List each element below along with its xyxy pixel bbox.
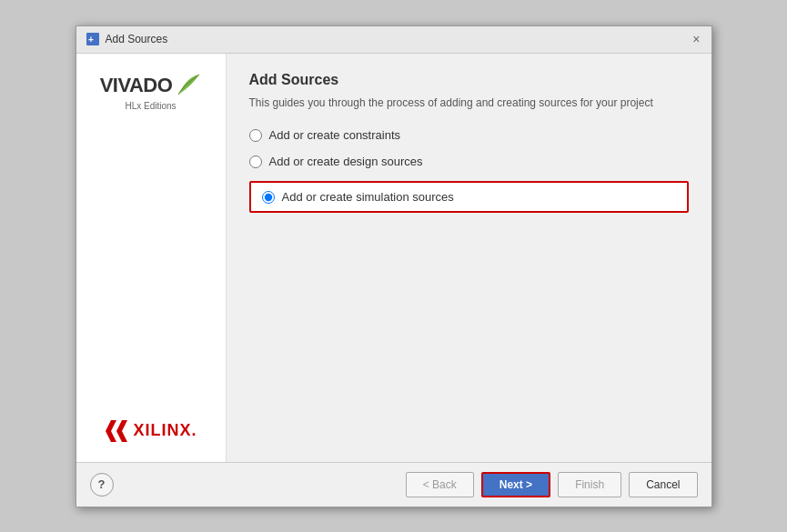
vivado-leaf-icon (174, 72, 201, 99)
dialog-title-icon: + (86, 32, 100, 46)
dialog-title: Add Sources (106, 33, 168, 45)
finish-button[interactable]: Finish (558, 472, 621, 497)
next-button[interactable]: Next > (481, 472, 550, 497)
help-button[interactable]: ? (90, 473, 114, 497)
option-simulation[interactable]: Add or create simulation sources (249, 181, 689, 213)
back-button[interactable]: < Back (406, 472, 474, 497)
sidebar: VIVADO HLx Editions XILINX. (76, 54, 227, 462)
option-constraints[interactable]: Add or create constraints (249, 128, 689, 142)
cancel-button[interactable]: Cancel (629, 472, 697, 497)
xilinx-icon (104, 418, 129, 444)
title-bar: + Add Sources × (76, 26, 711, 54)
section-title: Add Sources (249, 72, 689, 88)
close-button[interactable]: × (691, 33, 701, 45)
footer: ? < Back Next > Finish Cancel (76, 462, 711, 507)
footer-buttons: < Back Next > Finish Cancel (406, 472, 698, 497)
radio-simulation[interactable] (262, 191, 275, 204)
xilinx-text: XILINX. (133, 421, 197, 440)
main-content: Add Sources This guides you through the … (227, 54, 711, 462)
title-bar-left: + Add Sources (86, 32, 168, 46)
footer-left: ? (90, 473, 114, 497)
dialog-body: VIVADO HLx Editions XILINX. Add Sources (76, 54, 711, 462)
option-design[interactable]: Add or create design sources (249, 155, 689, 168)
option-simulation-label: Add or create simulation sources (282, 190, 454, 204)
option-design-label: Add or create design sources (269, 155, 423, 168)
svg-marker-3 (116, 420, 127, 442)
section-description: This guides you through the process of a… (249, 95, 689, 111)
xilinx-logo: XILINX. (104, 418, 197, 444)
add-sources-dialog: + Add Sources × VIVADO HLx Editions (76, 25, 712, 507)
option-constraints-label: Add or create constraints (269, 128, 401, 142)
radio-constraints[interactable] (249, 129, 262, 142)
radio-design[interactable] (249, 156, 262, 168)
svg-text:+: + (88, 35, 94, 45)
svg-marker-2 (106, 420, 116, 442)
vivado-logo: VIVADO HLx Editions (100, 72, 202, 111)
vivado-text: VIVADO (100, 72, 202, 99)
source-type-radio-group: Add or create constraints Add or create … (249, 128, 689, 213)
vivado-subtitle: HLx Editions (125, 101, 176, 111)
